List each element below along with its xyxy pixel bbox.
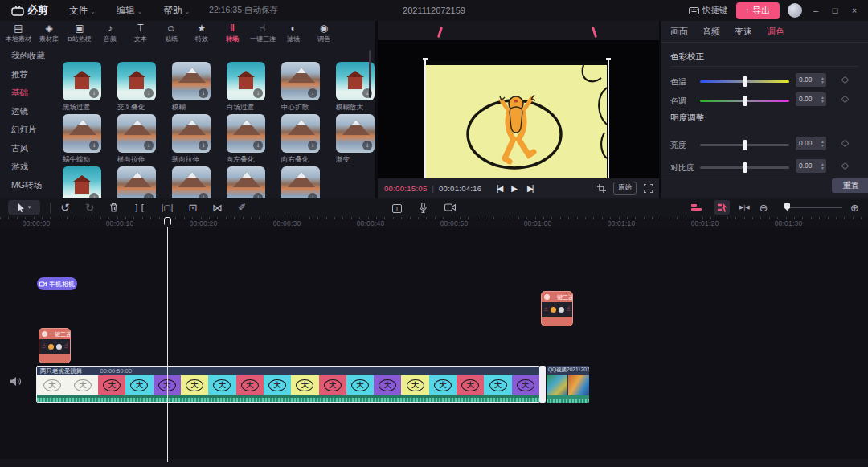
color-temp-slider[interactable]	[700, 80, 789, 83]
auto-snap-toggle[interactable]	[714, 200, 730, 215]
inspector-tab[interactable]: 音频	[702, 26, 720, 38]
transition-item[interactable]: ↓	[227, 166, 265, 198]
transition-item[interactable]: ↓横向拉伸	[117, 114, 156, 164]
triple-like-sticker-clip[interactable]: 一键三连 ☝ ☝	[541, 291, 573, 326]
transition-item[interactable]: ↓渐变	[336, 114, 375, 164]
brightness-slider[interactable]	[700, 144, 789, 146]
crop-handle-right[interactable]	[608, 59, 609, 196]
media-tab[interactable]: ★特效	[186, 23, 217, 43]
transition-item[interactable]: ↓向左叠化	[227, 114, 265, 164]
reset-diamond-icon[interactable]	[841, 140, 850, 148]
export-button[interactable]: ↑ 导出	[736, 2, 780, 19]
zoom-out-button[interactable]: ⊖	[760, 202, 768, 214]
close-button[interactable]: ×	[849, 6, 860, 15]
stepper-arrows[interactable]: ▲▼	[821, 159, 825, 173]
menu-file[interactable]: 文件⌄	[69, 5, 96, 17]
zoom-in-button[interactable]: ⊕	[850, 202, 859, 214]
transition-item[interactable]: ↓	[281, 166, 320, 198]
aspect-ratio-select[interactable]: 原始	[613, 182, 637, 195]
timeline-zoom-slider[interactable]	[786, 207, 842, 208]
delete-button[interactable]	[109, 203, 118, 212]
record-camera-button[interactable]	[444, 203, 456, 211]
media-tab[interactable]: ◐滤镜	[278, 23, 309, 43]
maximize-button[interactable]: □	[829, 6, 841, 15]
color-tint-slider[interactable]	[700, 100, 789, 102]
stepper-arrows[interactable]: ▲▼	[821, 73, 825, 87]
stepper-arrows[interactable]: ▲▼	[821, 137, 825, 150]
media-tab[interactable]: ♪音频	[95, 23, 125, 43]
category-item[interactable]: 推荐	[0, 65, 58, 84]
track-mute-button[interactable]	[10, 376, 22, 387]
slider-knob[interactable]	[743, 140, 747, 150]
reset-diamond-icon[interactable]	[841, 76, 850, 84]
timeline-ruler[interactable]: 00:00:0000:00:1000:00:2000:00:3000:00:40…	[0, 217, 868, 228]
transition-item[interactable]: ↓白场过渡	[227, 62, 265, 112]
transition-item[interactable]: ↓黑场过渡	[63, 62, 101, 112]
fit-timeline-button[interactable]: ▶|◀	[739, 204, 750, 211]
transition-item[interactable]: ↓交叉叠化	[117, 62, 156, 112]
crop-icon[interactable]	[597, 184, 606, 193]
media-tab[interactable]: ◈素材库	[34, 23, 64, 43]
slider-knob[interactable]	[743, 76, 747, 87]
qq-video-clip[interactable]: QQ视频202112072	[547, 366, 589, 403]
transition-item[interactable]: ↓向右叠化	[281, 114, 320, 164]
transition-item[interactable]: ↓中心扩散	[281, 62, 320, 112]
main-video-clip[interactable]: 两只老虎爱跳舞 00:00:59:00 大大大大大大大大大大大大大大大大大大	[36, 366, 540, 403]
fullscreen-icon[interactable]	[644, 184, 653, 193]
transition-item[interactable]: ↓纵向拉伸	[172, 114, 211, 164]
next-frame-button[interactable]: ▶|	[527, 184, 532, 193]
media-tab[interactable]: ‖转场	[217, 23, 248, 43]
pin-button[interactable]: ✐	[238, 202, 246, 213]
inspector-tab[interactable]: 画面	[670, 26, 688, 38]
category-item[interactable]: 游戏	[0, 158, 58, 176]
split-button[interactable]: ][	[133, 203, 145, 213]
slider-knob[interactable]	[743, 96, 747, 106]
avatar[interactable]	[788, 3, 802, 18]
contrast-value[interactable]: 0.00▲▼	[796, 159, 826, 173]
category-item[interactable]: 古风	[0, 139, 58, 158]
slider-knob[interactable]	[743, 162, 747, 173]
before-after-button[interactable]: |▢|	[162, 203, 174, 212]
media-tab[interactable]: ▣B站热梗	[64, 23, 95, 43]
transition-item[interactable]: ↓	[172, 166, 211, 198]
category-item[interactable]: MG转场	[0, 176, 58, 195]
media-tab[interactable]: ▤本地素材	[3, 23, 34, 43]
transition-item[interactable]: ↓	[63, 166, 101, 198]
category-item[interactable]: 运镜	[0, 102, 58, 121]
video-frame[interactable]	[425, 61, 608, 195]
reset-diamond-icon[interactable]	[841, 96, 850, 104]
media-tab[interactable]: ◉调色	[309, 23, 339, 43]
track-compact-toggle[interactable]	[688, 200, 704, 215]
minimize-button[interactable]: –	[810, 6, 821, 15]
mirror-flip-button[interactable]: ⋈	[212, 202, 223, 214]
applied-transition-marker[interactable]	[539, 366, 546, 403]
reset-button[interactable]: 重置	[832, 178, 868, 193]
media-tab[interactable]: ☝一键三连	[248, 23, 278, 43]
media-tab[interactable]: ☺贴纸	[156, 23, 186, 43]
inspector-tab[interactable]: 变速	[735, 26, 752, 38]
redo-button[interactable]: ↻	[85, 201, 95, 214]
brightness-value[interactable]: 0.00▲▼	[796, 137, 826, 150]
inspector-tab[interactable]: 调色	[767, 26, 784, 38]
freeze-frame-button[interactable]: ⊡	[188, 202, 197, 214]
reset-diamond-icon[interactable]	[841, 162, 850, 170]
transition-item[interactable]: ↓模糊	[172, 62, 211, 112]
previous-frame-button[interactable]: |◀	[497, 184, 502, 193]
category-item[interactable]: 我的收藏	[0, 47, 58, 65]
crop-handle-left[interactable]	[424, 59, 426, 196]
contrast-slider[interactable]	[700, 166, 789, 169]
record-voice-button[interactable]	[420, 203, 427, 213]
stepper-arrows[interactable]: ▲▼	[821, 92, 825, 106]
menu-edit[interactable]: 编辑⌄	[117, 5, 143, 17]
play-button[interactable]: ▶	[511, 184, 518, 193]
undo-button[interactable]: ↺	[60, 201, 70, 214]
shortcut-button[interactable]: 快捷键	[689, 5, 728, 16]
media-tab[interactable]: T文本	[125, 23, 156, 43]
select-tool-button[interactable]: ▾	[8, 200, 40, 215]
color-temp-value[interactable]: 0.00▲▼	[796, 73, 826, 87]
playhead-line[interactable]	[167, 217, 168, 462]
category-item[interactable]: 基础	[0, 84, 58, 102]
text-recognition-button[interactable]: T	[392, 202, 402, 213]
menu-help[interactable]: 帮助⌄	[163, 5, 190, 17]
triple-like-sticker-clip[interactable]: 一键三连 ☝ ☝	[39, 328, 71, 363]
